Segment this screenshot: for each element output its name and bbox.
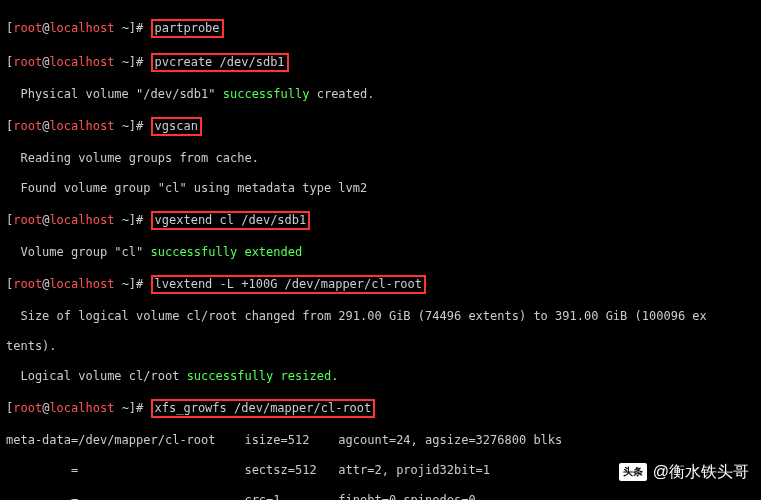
watermark-text: @衡水铁头哥	[653, 462, 749, 482]
prompt-user: root	[13, 21, 42, 35]
terminal-output: [root@localhost ~]# partprobe [root@loca…	[0, 0, 761, 500]
watermark: 头条 @衡水铁头哥	[619, 462, 749, 482]
cmd-vgextend: vgextend cl /dev/sdb1	[151, 211, 311, 230]
cmd-xfsgrowfs: xfs_growfs /dev/mapper/cl-root	[151, 399, 376, 418]
cmd-lvextend: lvextend -L +100G /dev/mapper/cl-root	[151, 275, 426, 294]
toutiao-icon: 头条	[619, 463, 647, 481]
xfs-meta: meta-data=/dev/mapper/cl-root isize=512 …	[6, 433, 755, 448]
cmd-vgscan: vgscan	[151, 117, 202, 136]
cmd-pvcreate: pvcreate /dev/sdb1	[151, 53, 289, 72]
cmd-partprobe: partprobe	[151, 19, 224, 38]
